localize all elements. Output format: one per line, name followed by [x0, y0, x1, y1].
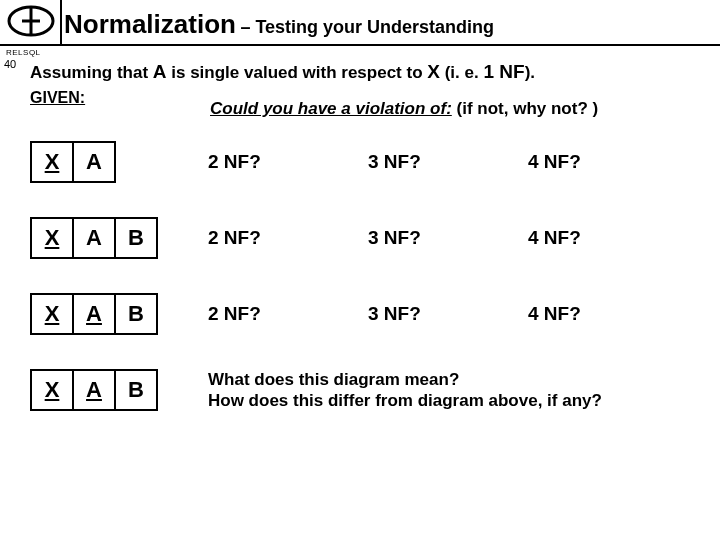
- schema-row-3: X A B 2 NF? 3 NF? 4 NF?: [30, 293, 696, 335]
- nf1: 1 NF: [483, 61, 524, 82]
- cell-x: X: [30, 141, 74, 183]
- cell-a: A: [72, 217, 116, 259]
- cell-x: X: [30, 293, 74, 335]
- row4-line2: How does this differ from diagram above,…: [208, 391, 602, 410]
- text: ).: [525, 63, 535, 82]
- relsql-label: RELSQL: [6, 48, 720, 57]
- schema-row-4: X A B What does this diagram mean? How d…: [30, 369, 696, 412]
- var-x: X: [427, 61, 440, 82]
- cell-a: A: [72, 141, 116, 183]
- schema-cells: X A B: [30, 293, 180, 335]
- schema-row-1: X A 2 NF? 3 NF? 4 NF?: [30, 141, 696, 183]
- q-3nf: 3 NF?: [368, 151, 528, 173]
- slide-header: Normalization – Testing your Understandi…: [0, 0, 720, 46]
- logo-icon: [6, 4, 56, 42]
- cell-a: A: [72, 369, 116, 411]
- q-4nf: 4 NF?: [528, 303, 688, 325]
- row4-question: What does this diagram mean? How does th…: [208, 369, 602, 412]
- cell-a: A: [72, 293, 116, 335]
- could-question: Could you have a violation of: (if not, …: [210, 99, 598, 119]
- var-a: A: [153, 61, 167, 82]
- assumption-line: Assuming that A is single valued with re…: [30, 61, 696, 83]
- schema-row-2: X A B 2 NF? 3 NF? 4 NF?: [30, 217, 696, 259]
- schema-cells: X A: [30, 141, 180, 183]
- cell-b: B: [114, 217, 158, 259]
- text: is single valued with respect to: [167, 63, 428, 82]
- schema-cells: X A B: [30, 217, 180, 259]
- q-4nf: 4 NF?: [528, 227, 688, 249]
- cell-x: X: [30, 369, 74, 411]
- cell-b: B: [114, 293, 158, 335]
- text: (i. e.: [440, 63, 483, 82]
- q-4nf: 4 NF?: [528, 151, 688, 173]
- given-label: GIVEN:: [30, 89, 210, 107]
- title-block: Normalization – Testing your Understandi…: [64, 9, 720, 42]
- cell-x: X: [30, 217, 74, 259]
- title-main: Normalization: [64, 9, 236, 39]
- schema-cells: X A B: [30, 369, 180, 411]
- could-rest: (if not, why not? ): [452, 99, 598, 118]
- q-2nf: 2 NF?: [208, 227, 368, 249]
- title-sub: – Testing your Understanding: [240, 17, 494, 37]
- q-3nf: 3 NF?: [368, 303, 528, 325]
- page-number: 40: [4, 58, 16, 70]
- row4-line1: What does this diagram mean?: [208, 370, 459, 389]
- could-underline: Could you have a violation of:: [210, 99, 452, 118]
- cell-b: B: [114, 369, 158, 411]
- q-3nf: 3 NF?: [368, 227, 528, 249]
- q-2nf: 2 NF?: [208, 151, 368, 173]
- q-2nf: 2 NF?: [208, 303, 368, 325]
- text: Assuming that: [30, 63, 153, 82]
